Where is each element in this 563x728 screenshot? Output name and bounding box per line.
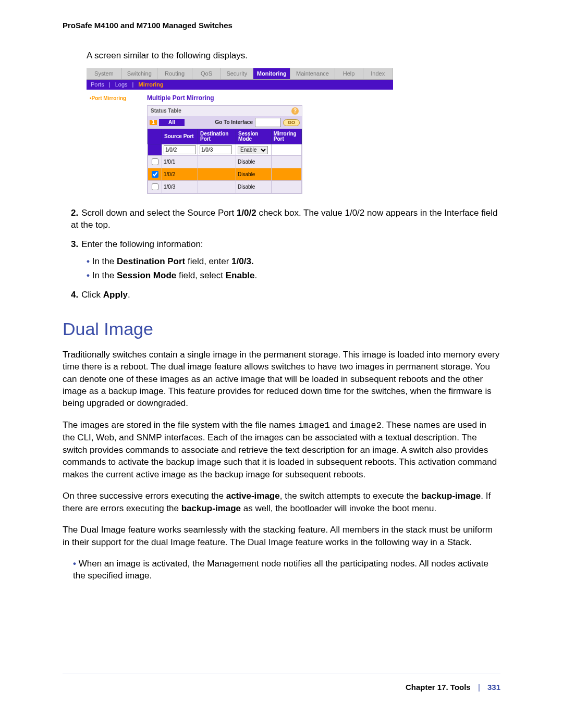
cell-source-port: 1/0/3: [162, 181, 198, 193]
filter-all[interactable]: All: [159, 119, 185, 126]
goto-interface-input[interactable]: [255, 118, 281, 127]
switch-ui-screenshot: SystemSwitchingRoutingQoSSecurityMonitor…: [87, 68, 393, 198]
page-header: ProSafe M4100 and M7100 Managed Switches: [63, 21, 500, 30]
section-title: Multiple Port Mirroring: [147, 95, 387, 101]
col-session-mode: Session Mode: [236, 129, 272, 144]
destination-port-input[interactable]: [200, 145, 232, 154]
step-4: 4.Click Apply.: [71, 289, 500, 301]
step-3-bullet: In the Session Mode field, select Enable…: [87, 270, 500, 282]
row-checkbox[interactable]: [152, 183, 158, 190]
step-3: 3.Enter the following information: In th…: [71, 239, 500, 282]
go-button[interactable]: GO: [283, 119, 300, 126]
col-check: [148, 129, 162, 144]
goto-interface-label: Go To Interface: [215, 120, 253, 125]
step-2: 2.Scroll down and select the Source Port…: [71, 207, 500, 231]
table-row: 1/0/2Disable: [148, 168, 302, 181]
section-heading: Dual Image: [63, 319, 500, 339]
page-footer: Chapter 17. Tools | 331: [406, 683, 500, 692]
tab-index[interactable]: Index: [363, 68, 393, 79]
tab-help[interactable]: Help: [335, 68, 363, 79]
session-mode-select[interactable]: Enable: [238, 146, 268, 154]
paragraph: On three successive errors executing the…: [63, 490, 500, 514]
sidebar-item-port-mirroring[interactable]: Port Mirroring: [87, 90, 143, 198]
subnav-item[interactable]: Ports: [91, 81, 104, 88]
footer-rule: [63, 673, 500, 673]
tab-switching[interactable]: Switching: [122, 68, 157, 79]
cell-session-mode: Disable: [236, 168, 272, 181]
source-port-input[interactable]: [164, 145, 196, 154]
col-source-port: Source Port: [162, 129, 198, 144]
bullet: When an image is activated, the Manageme…: [73, 558, 500, 582]
tab-routing[interactable]: Routing: [157, 68, 193, 79]
help-icon[interactable]: ?: [291, 107, 299, 115]
tab-maintenance[interactable]: Maintenance: [290, 68, 335, 79]
table-row: 1/0/1Disable: [148, 156, 302, 168]
step-3-bullet: In the Destination Port field, enter 1/0…: [87, 256, 500, 268]
tab-qos[interactable]: QoS: [192, 68, 221, 79]
tab-security[interactable]: Security: [221, 68, 253, 79]
paragraph: The images are stored in the file system…: [63, 419, 500, 480]
row-checkbox[interactable]: [152, 158, 158, 165]
tab-monitoring[interactable]: Monitoring: [253, 68, 290, 79]
paragraph: Traditionally switches contain a single …: [63, 349, 500, 410]
table-row: 1/0/3Disable: [148, 181, 302, 193]
col-mirroring-port: Mirroring Port: [271, 129, 301, 144]
cell-session-mode: Disable: [236, 156, 272, 168]
subnav-bar: Ports | Logs | Mirroring: [87, 80, 393, 90]
table-input-row: Enable: [148, 144, 302, 156]
tab-system[interactable]: System: [87, 68, 122, 79]
cell-source-port: 1/0/1: [162, 156, 198, 168]
status-table-label: Status Table: [151, 108, 181, 114]
subnav-item[interactable]: Logs: [115, 81, 128, 88]
cell-session-mode: Disable: [236, 181, 272, 193]
filter-number[interactable]: 1: [150, 120, 157, 125]
paragraph: The Dual Image feature works seamlessly …: [63, 524, 500, 548]
subnav-item-selected[interactable]: Mirroring: [139, 81, 164, 88]
cell-source-port: 1/0/2: [162, 168, 198, 181]
col-destination-port: Destination Port: [198, 129, 236, 144]
row-checkbox[interactable]: [152, 171, 158, 178]
lead-text: A screen similar to the following displa…: [87, 51, 500, 61]
